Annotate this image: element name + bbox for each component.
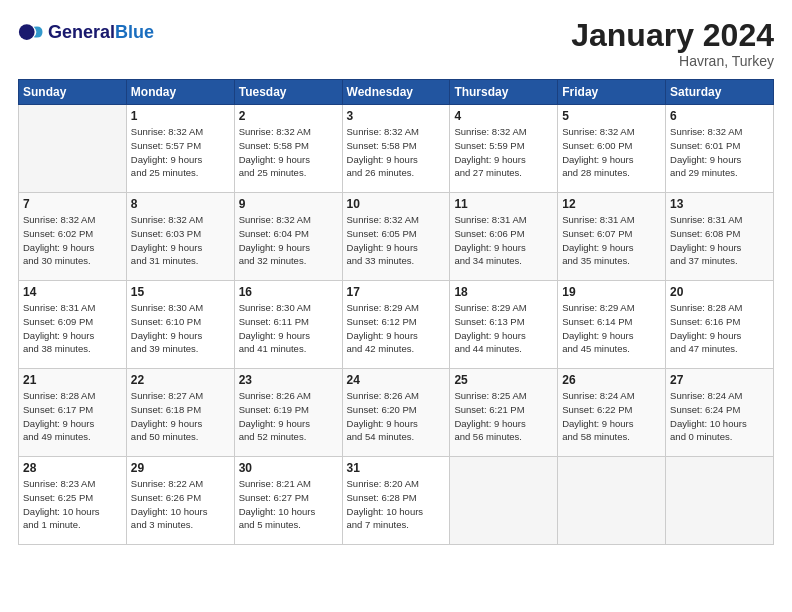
day-number: 3: [347, 109, 446, 123]
calendar-cell-week5-sat: [666, 457, 774, 545]
day-number: 26: [562, 373, 661, 387]
calendar-row-2: 7Sunrise: 8:32 AMSunset: 6:02 PMDaylight…: [19, 193, 774, 281]
day-number: 17: [347, 285, 446, 299]
calendar-cell-week3-fri: 19Sunrise: 8:29 AMSunset: 6:14 PMDayligh…: [558, 281, 666, 369]
calendar-cell-week3-thu: 18Sunrise: 8:29 AMSunset: 6:13 PMDayligh…: [450, 281, 558, 369]
day-detail: Sunrise: 8:32 AMSunset: 5:57 PMDaylight:…: [131, 125, 230, 180]
day-number: 31: [347, 461, 446, 475]
location: Havran, Turkey: [571, 53, 774, 69]
logo-general: General: [48, 22, 115, 43]
calendar-cell-week4-tue: 23Sunrise: 8:26 AMSunset: 6:19 PMDayligh…: [234, 369, 342, 457]
header-saturday: Saturday: [666, 80, 774, 105]
day-number: 14: [23, 285, 122, 299]
calendar-cell-week2-sat: 13Sunrise: 8:31 AMSunset: 6:08 PMDayligh…: [666, 193, 774, 281]
header-monday: Monday: [126, 80, 234, 105]
calendar-cell-week3-wed: 17Sunrise: 8:29 AMSunset: 6:12 PMDayligh…: [342, 281, 450, 369]
calendar-cell-week3-sat: 20Sunrise: 8:28 AMSunset: 6:16 PMDayligh…: [666, 281, 774, 369]
day-detail: Sunrise: 8:32 AMSunset: 5:58 PMDaylight:…: [347, 125, 446, 180]
calendar-row-3: 14Sunrise: 8:31 AMSunset: 6:09 PMDayligh…: [19, 281, 774, 369]
day-detail: Sunrise: 8:30 AMSunset: 6:10 PMDaylight:…: [131, 301, 230, 356]
calendar-cell-week1-tue: 2Sunrise: 8:32 AMSunset: 5:58 PMDaylight…: [234, 105, 342, 193]
header-thursday: Thursday: [450, 80, 558, 105]
day-number: 15: [131, 285, 230, 299]
calendar-cell-week4-wed: 24Sunrise: 8:26 AMSunset: 6:20 PMDayligh…: [342, 369, 450, 457]
day-number: 9: [239, 197, 338, 211]
day-detail: Sunrise: 8:32 AMSunset: 6:03 PMDaylight:…: [131, 213, 230, 268]
calendar-cell-week5-tue: 30Sunrise: 8:21 AMSunset: 6:27 PMDayligh…: [234, 457, 342, 545]
svg-point-0: [19, 24, 35, 40]
day-number: 2: [239, 109, 338, 123]
day-detail: Sunrise: 8:27 AMSunset: 6:18 PMDaylight:…: [131, 389, 230, 444]
title-block: January 2024 Havran, Turkey: [571, 18, 774, 69]
day-detail: Sunrise: 8:24 AMSunset: 6:22 PMDaylight:…: [562, 389, 661, 444]
calendar-cell-week3-mon: 15Sunrise: 8:30 AMSunset: 6:10 PMDayligh…: [126, 281, 234, 369]
header-wednesday: Wednesday: [342, 80, 450, 105]
month-title: January 2024: [571, 18, 774, 53]
calendar-cell-week1-thu: 4Sunrise: 8:32 AMSunset: 5:59 PMDaylight…: [450, 105, 558, 193]
day-detail: Sunrise: 8:29 AMSunset: 6:13 PMDaylight:…: [454, 301, 553, 356]
calendar-cell-week2-tue: 9Sunrise: 8:32 AMSunset: 6:04 PMDaylight…: [234, 193, 342, 281]
day-number: 30: [239, 461, 338, 475]
calendar-cell-week2-fri: 12Sunrise: 8:31 AMSunset: 6:07 PMDayligh…: [558, 193, 666, 281]
day-detail: Sunrise: 8:24 AMSunset: 6:24 PMDaylight:…: [670, 389, 769, 444]
calendar-cell-week1-mon: 1Sunrise: 8:32 AMSunset: 5:57 PMDaylight…: [126, 105, 234, 193]
calendar-cell-week5-fri: [558, 457, 666, 545]
day-detail: Sunrise: 8:22 AMSunset: 6:26 PMDaylight:…: [131, 477, 230, 532]
calendar-header-row: Sunday Monday Tuesday Wednesday Thursday…: [19, 80, 774, 105]
calendar-cell-week5-thu: [450, 457, 558, 545]
calendar-cell-week5-sun: 28Sunrise: 8:23 AMSunset: 6:25 PMDayligh…: [19, 457, 127, 545]
calendar-cell-week2-wed: 10Sunrise: 8:32 AMSunset: 6:05 PMDayligh…: [342, 193, 450, 281]
logo-icon: [18, 18, 46, 46]
day-detail: Sunrise: 8:30 AMSunset: 6:11 PMDaylight:…: [239, 301, 338, 356]
calendar-cell-week1-sat: 6Sunrise: 8:32 AMSunset: 6:01 PMDaylight…: [666, 105, 774, 193]
day-detail: Sunrise: 8:23 AMSunset: 6:25 PMDaylight:…: [23, 477, 122, 532]
day-detail: Sunrise: 8:25 AMSunset: 6:21 PMDaylight:…: [454, 389, 553, 444]
calendar-cell-week4-sat: 27Sunrise: 8:24 AMSunset: 6:24 PMDayligh…: [666, 369, 774, 457]
day-detail: Sunrise: 8:28 AMSunset: 6:17 PMDaylight:…: [23, 389, 122, 444]
day-number: 29: [131, 461, 230, 475]
day-detail: Sunrise: 8:29 AMSunset: 6:12 PMDaylight:…: [347, 301, 446, 356]
calendar-row-1: 1Sunrise: 8:32 AMSunset: 5:57 PMDaylight…: [19, 105, 774, 193]
logo: GeneralBlue: [18, 18, 154, 46]
day-detail: Sunrise: 8:26 AMSunset: 6:20 PMDaylight:…: [347, 389, 446, 444]
header-friday: Friday: [558, 80, 666, 105]
header-tuesday: Tuesday: [234, 80, 342, 105]
page-header: GeneralBlue January 2024 Havran, Turkey: [18, 18, 774, 69]
day-number: 24: [347, 373, 446, 387]
day-number: 22: [131, 373, 230, 387]
day-detail: Sunrise: 8:32 AMSunset: 6:01 PMDaylight:…: [670, 125, 769, 180]
calendar-cell-week5-wed: 31Sunrise: 8:20 AMSunset: 6:28 PMDayligh…: [342, 457, 450, 545]
day-number: 8: [131, 197, 230, 211]
day-number: 4: [454, 109, 553, 123]
calendar-cell-week2-thu: 11Sunrise: 8:31 AMSunset: 6:06 PMDayligh…: [450, 193, 558, 281]
calendar-cell-week1-sun: [19, 105, 127, 193]
calendar-cell-week4-sun: 21Sunrise: 8:28 AMSunset: 6:17 PMDayligh…: [19, 369, 127, 457]
calendar-row-4: 21Sunrise: 8:28 AMSunset: 6:17 PMDayligh…: [19, 369, 774, 457]
day-detail: Sunrise: 8:32 AMSunset: 6:04 PMDaylight:…: [239, 213, 338, 268]
day-number: 23: [239, 373, 338, 387]
day-number: 11: [454, 197, 553, 211]
day-detail: Sunrise: 8:26 AMSunset: 6:19 PMDaylight:…: [239, 389, 338, 444]
day-number: 25: [454, 373, 553, 387]
calendar-cell-week4-mon: 22Sunrise: 8:27 AMSunset: 6:18 PMDayligh…: [126, 369, 234, 457]
day-number: 13: [670, 197, 769, 211]
day-detail: Sunrise: 8:21 AMSunset: 6:27 PMDaylight:…: [239, 477, 338, 532]
calendar-cell-week2-sun: 7Sunrise: 8:32 AMSunset: 6:02 PMDaylight…: [19, 193, 127, 281]
day-detail: Sunrise: 8:31 AMSunset: 6:07 PMDaylight:…: [562, 213, 661, 268]
day-detail: Sunrise: 8:28 AMSunset: 6:16 PMDaylight:…: [670, 301, 769, 356]
calendar-cell-week1-fri: 5Sunrise: 8:32 AMSunset: 6:00 PMDaylight…: [558, 105, 666, 193]
header-sunday: Sunday: [19, 80, 127, 105]
calendar-cell-week4-fri: 26Sunrise: 8:24 AMSunset: 6:22 PMDayligh…: [558, 369, 666, 457]
calendar-table: Sunday Monday Tuesday Wednesday Thursday…: [18, 79, 774, 545]
day-detail: Sunrise: 8:32 AMSunset: 5:59 PMDaylight:…: [454, 125, 553, 180]
day-number: 5: [562, 109, 661, 123]
day-number: 7: [23, 197, 122, 211]
day-number: 6: [670, 109, 769, 123]
day-detail: Sunrise: 8:20 AMSunset: 6:28 PMDaylight:…: [347, 477, 446, 532]
day-detail: Sunrise: 8:31 AMSunset: 6:09 PMDaylight:…: [23, 301, 122, 356]
calendar-cell-week2-mon: 8Sunrise: 8:32 AMSunset: 6:03 PMDaylight…: [126, 193, 234, 281]
calendar-cell-week1-wed: 3Sunrise: 8:32 AMSunset: 5:58 PMDaylight…: [342, 105, 450, 193]
day-number: 12: [562, 197, 661, 211]
calendar-cell-week4-thu: 25Sunrise: 8:25 AMSunset: 6:21 PMDayligh…: [450, 369, 558, 457]
day-detail: Sunrise: 8:32 AMSunset: 6:02 PMDaylight:…: [23, 213, 122, 268]
